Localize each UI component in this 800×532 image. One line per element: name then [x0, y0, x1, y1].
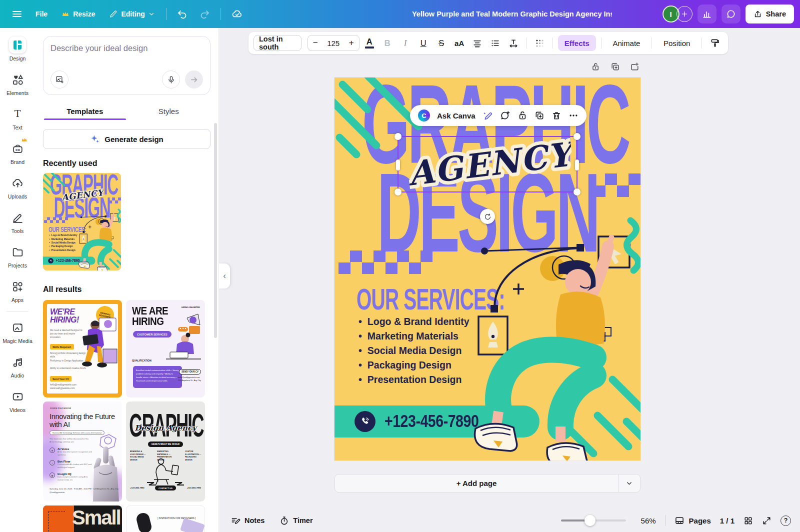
- pages-icon: [674, 516, 684, 526]
- share-button[interactable]: Share: [746, 4, 794, 24]
- strikethrough-button[interactable]: S: [434, 35, 450, 51]
- font-size-increase-button[interactable]: +: [344, 38, 359, 48]
- text-case-button[interactable]: aA: [452, 35, 468, 51]
- more-options-button[interactable]: [568, 110, 578, 120]
- poster-page[interactable]: GRAPHIC DESIGN: [334, 78, 640, 460]
- sidebar-item-projects[interactable]: Projects: [2, 239, 34, 274]
- animate-button[interactable]: Animate: [606, 35, 646, 51]
- lock-element-button[interactable]: [518, 110, 528, 120]
- selection-handle-nw[interactable]: [394, 133, 402, 140]
- add-member-button[interactable]: [676, 6, 692, 22]
- pages-button[interactable]: Pages: [674, 516, 711, 526]
- duplicate-element-button[interactable]: [534, 110, 544, 120]
- undo-button[interactable]: [172, 5, 192, 24]
- tab-templates[interactable]: Templates: [43, 102, 127, 120]
- bold-button[interactable]: B: [380, 35, 396, 51]
- apps-icon: [12, 280, 24, 293]
- template-thumb-graphic-gray[interactable]: GRAPHIC Design Agency HERE'S WHAT WE OFF…: [126, 402, 205, 502]
- panel-scrollbar[interactable]: [214, 123, 217, 338]
- transparency-button[interactable]: [532, 35, 548, 51]
- fullscreen-button[interactable]: [762, 516, 772, 526]
- sidebar-item-magic-media[interactable]: Magic Media: [2, 314, 34, 349]
- resize-menu[interactable]: Resize: [56, 6, 100, 22]
- all-results-heading: All results: [43, 285, 210, 294]
- template-thumb-hiring-yellow[interactable]: WE'REHIRING! GRAPHIC DESIGNER We need a …: [43, 300, 122, 398]
- delete-element-button[interactable]: [552, 110, 562, 120]
- template-thumb-small[interactable]: Small: [43, 506, 122, 532]
- selection-handle-w[interactable]: [396, 160, 400, 170]
- magic-media-icon: [12, 322, 24, 334]
- list-button[interactable]: [488, 35, 504, 51]
- selection-handle-sw[interactable]: [394, 188, 402, 196]
- template-thumb-ai-seminar[interactable]: Licaria International Innovating the Fut…: [43, 402, 122, 502]
- mouse-image: [136, 512, 153, 532]
- help-button[interactable]: ?: [780, 516, 791, 526]
- font-size-decrease-button[interactable]: −: [308, 38, 323, 48]
- zoom-slider[interactable]: [561, 520, 626, 522]
- ask-canva-label[interactable]: Ask Canva: [437, 112, 476, 120]
- file-menu[interactable]: File: [30, 6, 53, 22]
- template-thumb-recent[interactable]: GRAPHIC DESIGN: [43, 173, 121, 270]
- template-thumb-inspirations[interactable]: [ INSPIRATIONS FOR DESIGNERS ]: [126, 506, 205, 532]
- zoom-slider-thumb[interactable]: [584, 515, 596, 526]
- generate-design-button[interactable]: Generate design: [43, 129, 210, 149]
- cloud-save-status[interactable]: [227, 4, 248, 24]
- voice-input-button[interactable]: [162, 70, 180, 88]
- font-family-selector[interactable]: Lost in south: [254, 35, 302, 51]
- zoom-percent[interactable]: 56%: [635, 516, 656, 525]
- sidebar-item-design[interactable]: Design: [2, 32, 34, 66]
- add-page-icon-button[interactable]: [630, 62, 640, 72]
- resize-label: Resize: [73, 10, 95, 18]
- add-image-button[interactable]: [50, 70, 68, 88]
- svg-text:T: T: [14, 108, 21, 119]
- sidebar-item-uploads[interactable]: Uploads: [2, 170, 34, 204]
- main-menu-button[interactable]: [7, 4, 27, 24]
- position-button[interactable]: Position: [657, 35, 696, 51]
- italic-button[interactable]: I: [398, 35, 414, 51]
- notes-button[interactable]: Notes: [231, 516, 264, 526]
- grid-view-button[interactable]: [744, 516, 753, 526]
- template-thumb-hiring-purple[interactable]: WE AREHIRING HIRING UNLIMITED CUSTOMER S…: [126, 300, 205, 398]
- expand-icon: [762, 516, 772, 526]
- sidebar-item-videos[interactable]: Videos: [2, 384, 34, 418]
- insights-button[interactable]: [698, 4, 716, 24]
- document-title[interactable]: Yellow Purple and Teal Modern Graphic De…: [412, 0, 612, 28]
- add-page-dropdown[interactable]: [618, 474, 640, 492]
- poster-page[interactable]: GRAPHIC DESIGN: [43, 173, 121, 270]
- text-color-button[interactable]: A: [362, 35, 378, 51]
- editing-mode-menu[interactable]: Editing: [104, 6, 160, 22]
- tab-styles[interactable]: Styles: [127, 102, 211, 120]
- sidebar-item-apps[interactable]: Apps: [2, 274, 34, 308]
- add-page-button[interactable]: + Add page: [334, 474, 640, 492]
- redo-button[interactable]: [195, 5, 214, 24]
- font-size-value[interactable]: 125: [323, 39, 344, 48]
- duplicate-page-button[interactable]: [610, 62, 620, 72]
- sidebar-item-elements[interactable]: Elements: [2, 66, 34, 101]
- selection-box[interactable]: [398, 136, 578, 192]
- lock-page-button[interactable]: [591, 62, 600, 72]
- prompt-input[interactable]: [50, 44, 203, 66]
- comments-button[interactable]: [722, 4, 740, 24]
- selection-handle-ne[interactable]: [574, 133, 580, 140]
- selection-handle-se[interactable]: [574, 188, 580, 196]
- sidebar-item-brand[interactable]: co Brand: [2, 136, 34, 170]
- underline-button[interactable]: U: [416, 35, 432, 51]
- submit-prompt-button[interactable]: [185, 70, 203, 88]
- comment-add-button[interactable]: [500, 110, 510, 121]
- image-add-icon: [55, 75, 64, 84]
- copy-style-button[interactable]: [707, 35, 723, 51]
- sidebar-item-text[interactable]: T Text: [2, 101, 34, 136]
- magic-edit-button[interactable]: [482, 110, 493, 121]
- rotate-handle[interactable]: [480, 209, 495, 224]
- effects-button[interactable]: Effects: [558, 35, 596, 51]
- rotate-icon: [484, 213, 492, 220]
- timer-button[interactable]: Timer: [280, 516, 312, 526]
- alignment-button[interactable]: [470, 35, 486, 51]
- svg-text:AGENCY: AGENCY: [60, 188, 104, 203]
- tab-label: Templates: [66, 107, 103, 116]
- sidebar-item-audio[interactable]: Audio: [2, 349, 34, 384]
- letter-spacing-button[interactable]: [506, 35, 522, 51]
- selection-handle-e[interactable]: [575, 160, 579, 170]
- sidebar-item-tools[interactable]: Tools: [2, 204, 34, 239]
- panel-collapse-button[interactable]: ‹: [219, 264, 230, 288]
